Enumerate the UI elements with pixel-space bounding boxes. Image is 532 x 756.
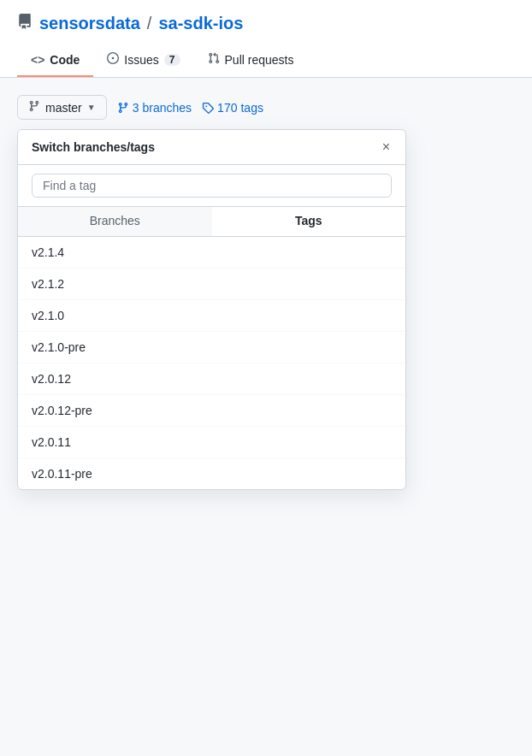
nav-tabs: <> Code Issues 7 Pull requests [17, 44, 515, 77]
current-branch-label: master [45, 101, 82, 115]
dropdown-header: Switch branches/tags × [18, 130, 405, 165]
list-item[interactable]: v2.1.0-pre [18, 332, 405, 363]
branch-selector-button[interactable]: master ▼ [17, 95, 107, 120]
code-icon: <> [31, 53, 44, 67]
repo-name-link[interactable]: sa-sdk-ios [158, 14, 243, 33]
tags-count: 170 [217, 101, 237, 115]
close-dropdown-button[interactable]: × [381, 139, 392, 156]
repo-title: sensorsdata / sa-sdk-ios [17, 14, 515, 33]
tab-issues-label: Issues [124, 53, 158, 67]
tag-name: v2.1.0 [32, 309, 64, 322]
branches-count: 3 [133, 101, 139, 115]
tags-tab-button[interactable]: Tags [212, 207, 406, 236]
issues-badge: 7 [164, 54, 180, 66]
tag-name: v2.0.11 [32, 435, 71, 449]
tag-name: v2.0.12 [32, 372, 71, 386]
list-item[interactable]: v2.1.0 [18, 300, 405, 332]
repo-separator: / [147, 14, 152, 33]
dropdown-title: Switch branches/tags [32, 140, 155, 154]
repo-icon [17, 14, 33, 33]
tag-name: v2.0.11-pre [32, 467, 92, 481]
list-item[interactable]: v2.0.11-pre [18, 458, 405, 489]
tag-name: v2.0.12-pre [32, 404, 92, 417]
tab-pr-label: Pull requests [225, 53, 294, 67]
tags-label-text: tags [240, 101, 263, 115]
tag-search-input[interactable] [32, 174, 392, 198]
main-content: master ▼ 3 branches 170 tags Switch bran… [0, 78, 532, 120]
branches-label: branches [143, 101, 192, 115]
tags-list: v2.1.4 v2.1.2 v2.1.0 v2.1.0-pre v2.0.12 … [18, 237, 405, 489]
issues-icon [107, 52, 119, 67]
tag-name: v2.1.4 [32, 245, 64, 259]
search-box [18, 165, 405, 207]
pull-request-icon [208, 52, 220, 67]
repo-header: sensorsdata / sa-sdk-ios <> Code Issues … [0, 0, 532, 78]
list-item[interactable]: v2.0.12 [18, 363, 405, 395]
tags-link[interactable]: 170 tags [202, 101, 263, 115]
chevron-down-icon: ▼ [87, 103, 96, 112]
repo-owner-link[interactable]: sensorsdata [39, 14, 140, 33]
branch-tags-dropdown: Switch branches/tags × Branches Tags v2.… [17, 129, 406, 490]
list-item[interactable]: v2.0.11 [18, 427, 405, 458]
list-item[interactable]: v2.1.4 [18, 237, 405, 269]
branches-tab-button[interactable]: Branches [18, 207, 212, 236]
tab-pull-requests[interactable]: Pull requests [194, 44, 308, 77]
list-item[interactable]: v2.1.2 [18, 269, 405, 300]
list-item[interactable]: v2.0.12-pre [18, 395, 405, 427]
tab-issues[interactable]: Issues 7 [93, 44, 193, 77]
tab-code-label: Code [50, 53, 80, 67]
branch-row: master ▼ 3 branches 170 tags [17, 95, 515, 120]
tab-code[interactable]: <> Code [17, 44, 93, 77]
branches-link[interactable]: 3 branches [117, 101, 192, 115]
dropdown-tabs: Branches Tags [18, 207, 405, 237]
tag-name: v2.1.0-pre [32, 340, 86, 354]
tag-name: v2.1.2 [32, 277, 64, 291]
branch-icon [28, 100, 40, 115]
